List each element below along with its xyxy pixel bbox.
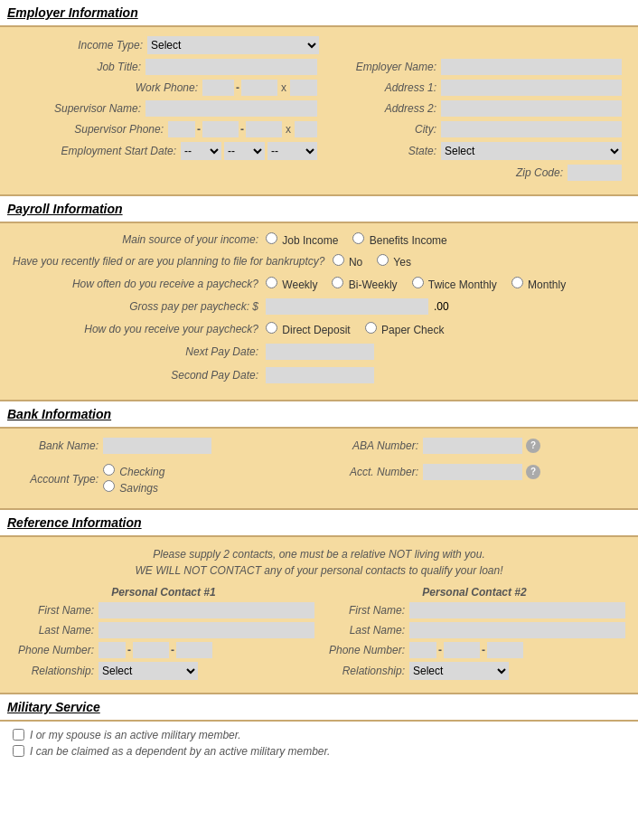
contact2-relationship-row: Relationship: Select ParentSiblingFriend… bbox=[324, 662, 625, 680]
account-type-label: Account Type: bbox=[13, 473, 103, 486]
contact1-firstname-input[interactable] bbox=[99, 602, 314, 618]
aba-row: ABA Number: ? bbox=[324, 438, 625, 454]
work-phone-area[interactable] bbox=[202, 80, 234, 96]
reference-header: Reference Information bbox=[0, 510, 638, 537]
next-pay-date-controls bbox=[266, 344, 374, 360]
monthly-radio[interactable] bbox=[511, 277, 523, 288]
contact1-phone-area[interactable] bbox=[99, 642, 126, 658]
contact1-relationship-select[interactable]: Select ParentSiblingFriendSpouseOther bbox=[99, 662, 198, 680]
next-pay-date-row: Next Pay Date: bbox=[13, 344, 625, 360]
city-input[interactable] bbox=[441, 121, 622, 137]
supervisor-address2-row: Supervisor Name: Address 2: bbox=[13, 100, 625, 117]
yes-radio[interactable] bbox=[377, 254, 389, 266]
notice-line1: Please supply 2 contacts, one must be a … bbox=[13, 546, 625, 562]
contact2-phone-area[interactable] bbox=[409, 642, 436, 658]
yes-option[interactable]: Yes bbox=[377, 254, 411, 269]
sup-phone-mid[interactable] bbox=[202, 121, 239, 137]
checking-option[interactable]: Checking bbox=[103, 464, 164, 478]
bank-section: Bank Name: Account Type: Checking Saving… bbox=[0, 429, 638, 510]
address1-label: Address 1: bbox=[385, 81, 441, 94]
contact1-col: Personal Contact #1 First Name: Last Nam… bbox=[13, 586, 314, 684]
bank-name-input[interactable] bbox=[103, 438, 211, 454]
direct-deposit-radio[interactable] bbox=[266, 322, 277, 334]
address2-input[interactable] bbox=[441, 100, 622, 117]
checking-radio[interactable] bbox=[103, 464, 115, 476]
sup-phone-area[interactable] bbox=[168, 121, 195, 137]
start-day-select[interactable]: -- bbox=[224, 142, 265, 160]
sup-phone-ext[interactable] bbox=[295, 121, 317, 137]
acct-number-input[interactable] bbox=[423, 464, 522, 480]
work-phone-ext[interactable] bbox=[290, 80, 317, 96]
twice-monthly-option[interactable]: Twice Monthly bbox=[412, 277, 497, 291]
city-label: City: bbox=[415, 123, 441, 136]
contact1-phone-label: Phone Number: bbox=[13, 644, 99, 656]
contact1-lastname-label: Last Name: bbox=[13, 624, 99, 637]
second-pay-date-input[interactable] bbox=[266, 367, 374, 383]
job-income-radio[interactable] bbox=[266, 232, 277, 244]
twice-monthly-radio[interactable] bbox=[412, 277, 424, 288]
biweekly-radio[interactable] bbox=[332, 277, 343, 288]
benefits-income-option[interactable]: Benefits Income bbox=[352, 232, 446, 247]
weekly-radio[interactable] bbox=[266, 277, 277, 288]
military-header: Military Service bbox=[0, 694, 638, 722]
second-pay-date-controls bbox=[266, 367, 374, 383]
gross-pay-controls: .00 bbox=[266, 298, 449, 315]
military-section: I or my spouse is an active military mem… bbox=[0, 722, 638, 769]
contact1-phone-mid[interactable] bbox=[133, 642, 169, 658]
bankruptcy-label: Have you recently filed or are you plann… bbox=[13, 254, 333, 269]
military-check2[interactable] bbox=[13, 745, 24, 757]
no-option[interactable]: No bbox=[333, 254, 363, 269]
gross-pay-row: Gross pay per paycheck: $ .00 bbox=[13, 298, 625, 315]
military-check1-row: I or my spouse is an active military mem… bbox=[13, 729, 625, 741]
work-phone-mid[interactable] bbox=[241, 80, 277, 96]
gross-pay-input[interactable] bbox=[266, 298, 428, 315]
contact2-firstname-input[interactable] bbox=[409, 602, 625, 618]
next-pay-date-input[interactable] bbox=[266, 344, 374, 360]
supervisor-name-label: Supervisor Name: bbox=[54, 102, 145, 115]
income-source-row: Main source of your income: Job Income B… bbox=[13, 232, 625, 247]
benefits-income-radio[interactable] bbox=[352, 232, 364, 244]
income-type-row: Income Type: Select Employment Self-Empl… bbox=[13, 36, 625, 54]
contact2-phone-mid[interactable] bbox=[444, 642, 480, 658]
acct-help-icon[interactable]: ? bbox=[526, 465, 540, 479]
savings-radio[interactable] bbox=[103, 480, 115, 492]
contact1-phone-group: - - bbox=[99, 642, 212, 658]
weekly-option[interactable]: Weekly bbox=[266, 277, 317, 291]
bank-name-row: Bank Name: bbox=[13, 438, 314, 454]
biweekly-option[interactable]: Bi-Weekly bbox=[332, 277, 397, 291]
zip-code-input[interactable] bbox=[568, 165, 622, 181]
contact1-phone-last[interactable] bbox=[176, 642, 212, 658]
military-check1[interactable] bbox=[13, 729, 24, 741]
payroll-section: Main source of your income: Job Income B… bbox=[0, 223, 638, 401]
contact2-lastname-input[interactable] bbox=[409, 622, 625, 638]
contact1-lastname-input[interactable] bbox=[99, 622, 314, 638]
contact2-relationship-select[interactable]: Select ParentSiblingFriendSpouseOther bbox=[409, 662, 509, 680]
paper-check-option[interactable]: Paper Check bbox=[365, 322, 445, 336]
job-title-input[interactable] bbox=[145, 59, 317, 75]
supervisor-name-input[interactable] bbox=[145, 100, 317, 117]
address1-input[interactable] bbox=[441, 80, 622, 96]
sup-phone-last[interactable] bbox=[246, 121, 282, 137]
income-type-select[interactable]: Select Employment Self-Employed Benefits bbox=[147, 36, 319, 54]
monthly-option[interactable]: Monthly bbox=[511, 277, 566, 291]
job-title-label: Job Title: bbox=[97, 61, 145, 73]
aba-help-icon[interactable]: ? bbox=[526, 439, 540, 453]
gross-pay-label: Gross pay per paycheck: $ bbox=[13, 300, 266, 313]
no-radio[interactable] bbox=[333, 254, 344, 266]
contact2-phone-last[interactable] bbox=[487, 642, 523, 658]
contact2-firstname-row: First Name: bbox=[324, 602, 625, 618]
contact1-firstname-row: First Name: bbox=[13, 602, 314, 618]
savings-option[interactable]: Savings bbox=[103, 480, 164, 495]
direct-deposit-option[interactable]: Direct Deposit bbox=[266, 322, 351, 336]
supervisorphone-city-row: Supervisor Phone: - - x City: bbox=[13, 121, 625, 137]
acct-number-row: Acct. Number: ? bbox=[324, 464, 625, 480]
contact2-relationship-label: Relationship: bbox=[324, 665, 409, 677]
start-month-select[interactable]: -- 010203 040506 070809 101112 bbox=[181, 142, 221, 160]
work-phone-label: Work Phone: bbox=[136, 81, 202, 94]
aba-input[interactable] bbox=[423, 438, 522, 454]
job-income-option[interactable]: Job Income bbox=[266, 232, 338, 247]
state-select[interactable]: Select ALAKAZAR CACOCTDE FLGA bbox=[441, 142, 622, 160]
employer-name-input[interactable] bbox=[441, 59, 622, 75]
start-year-select[interactable]: -- bbox=[267, 142, 317, 160]
paper-check-radio[interactable] bbox=[365, 322, 377, 334]
